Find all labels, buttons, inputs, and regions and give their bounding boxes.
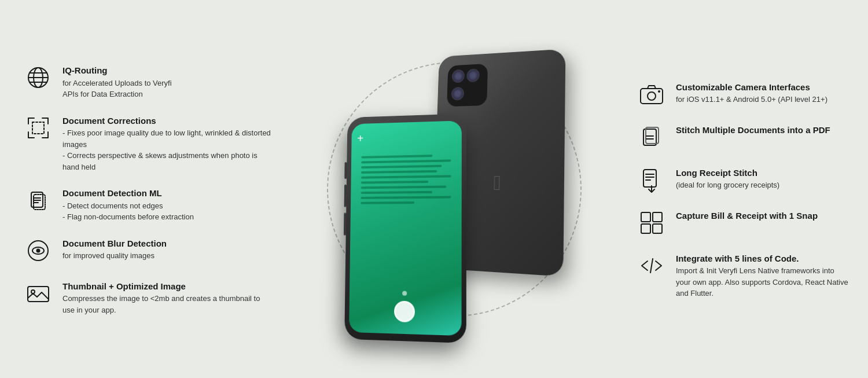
code-icon xyxy=(637,251,667,281)
doc-arrow-icon xyxy=(637,165,667,195)
camera-icon xyxy=(637,79,667,109)
feature-capture-bill-text: Capture Bill & Receipt with 1 Snap xyxy=(676,208,851,222)
screen-line xyxy=(361,170,437,173)
phone-side-btn-1 xyxy=(344,162,347,179)
svg-rect-23 xyxy=(643,170,656,187)
feature-thumbnail-text: Thumbnail + Optimized Image Compresses t… xyxy=(62,278,272,316)
svg-rect-14 xyxy=(28,287,49,302)
feature-camera-text: Customizable Camera Interfaces for iOS v… xyxy=(676,79,851,105)
feature-stitch-pdf: Stitch Multiple Documents into a PDF xyxy=(637,122,851,152)
screen-line xyxy=(361,201,414,204)
feature-iq-routing-title: IQ-Routing xyxy=(62,65,272,76)
feature-doc-detection: Document Detection ML - Detect documents… xyxy=(23,185,272,223)
feature-doc-corrections-desc: - Fixes poor image quality due to low li… xyxy=(62,127,272,173)
feature-camera-desc: for iOS v11.1+ & Android 5.0+ (API level… xyxy=(676,94,851,105)
feature-stitch-text: Stitch Multiple Documents into a PDF xyxy=(676,122,851,136)
feature-camera: Customizable Camera Interfaces for iOS v… xyxy=(637,79,851,109)
svg-point-18 xyxy=(658,90,660,93)
phone-camera-module xyxy=(447,63,488,106)
feature-doc-detection-title: Document Detection ML xyxy=(62,188,272,199)
screen-dot xyxy=(402,291,407,295)
feature-integrate-title: Integrate with 5 lines of Code. xyxy=(676,253,851,265)
feature-doc-detection-desc: - Detect documents not edges- Flag non-d… xyxy=(62,200,272,223)
screen-capture-btn xyxy=(394,300,415,322)
feature-doc-corrections-title: Document Corrections xyxy=(62,115,272,127)
screen-line xyxy=(361,164,442,168)
feature-iq-routing: IQ-Routing for Accelerated Uploads to Ve… xyxy=(23,63,272,100)
screen-line xyxy=(361,190,433,193)
feature-doc-corrections: Document Corrections - Fixes poor image … xyxy=(23,113,272,173)
feature-blur-detection-text: Document Blur Detection for improved qua… xyxy=(62,236,272,262)
camera-lens-3 xyxy=(451,86,465,100)
screen-line xyxy=(361,159,451,163)
svg-line-32 xyxy=(650,259,653,273)
screen-line xyxy=(361,180,428,184)
phone-screen: + xyxy=(349,120,462,336)
phone-side-btn-3 xyxy=(344,212,346,235)
screen-doc-preview xyxy=(356,154,456,204)
screen-plus-btn: + xyxy=(357,129,456,145)
grid-corners-icon xyxy=(23,113,53,143)
feature-integrate-desc: Import & Init Veryfi Lens Native framewo… xyxy=(676,265,851,299)
feature-camera-title: Customizable Camera Interfaces xyxy=(676,82,851,93)
main-container: IQ-Routing for Accelerated Uploads to Ve… xyxy=(0,0,868,378)
camera-lens-1 xyxy=(452,69,465,83)
feature-capture-bill-title: Capture Bill & Receipt with 1 Snap xyxy=(676,210,851,222)
phone-container:  + xyxy=(344,39,564,340)
feature-thumbnail-desc: Compresses the image to <2mb and creates… xyxy=(62,293,272,315)
image-icon xyxy=(23,278,53,309)
left-column: IQ-Routing for Accelerated Uploads to Ve… xyxy=(0,45,284,333)
camera-lens-2 xyxy=(466,68,480,82)
feature-blur-detection: Document Blur Detection for improved qua… xyxy=(23,236,272,266)
feature-iq-routing-text: IQ-Routing for Accelerated Uploads to Ve… xyxy=(62,63,272,100)
stack-doc-icon xyxy=(637,122,667,152)
feature-integrate: Integrate with 5 lines of Code. Import &… xyxy=(637,251,851,299)
screen-line xyxy=(361,155,433,159)
svg-rect-28 xyxy=(641,212,650,222)
phone-front: + xyxy=(344,113,466,343)
globe-icon xyxy=(23,63,53,93)
svg-rect-29 xyxy=(653,212,662,222)
right-column: Customizable Camera Interfaces for iOS v… xyxy=(625,62,868,317)
feature-blur-detection-desc: for improved quality images xyxy=(62,250,272,262)
doc-copy-icon xyxy=(23,185,53,215)
screen-line xyxy=(361,196,451,199)
feature-thumbnail-title: Thumbnail + Optimized Image xyxy=(62,281,272,292)
feature-long-receipt-title: Long Receipt Stitch xyxy=(676,167,851,179)
svg-rect-5 xyxy=(32,122,44,134)
phone-side-btn-2 xyxy=(344,184,347,207)
feature-iq-routing-desc: for Accelerated Uploads to VeryfiAPIs fo… xyxy=(62,78,272,100)
eye-circle-icon xyxy=(23,236,53,266)
screen-ui: + xyxy=(351,120,462,212)
feature-capture-bill: Capture Bill & Receipt with 1 Snap xyxy=(637,208,851,238)
feature-stitch-title: Stitch Multiple Documents into a PDF xyxy=(676,124,851,136)
apple-logo:  xyxy=(493,170,501,194)
screen-line xyxy=(361,175,451,178)
feature-long-receipt-desc: (ideal for long grocery receipts) xyxy=(676,179,851,191)
feature-long-receipt: Long Receipt Stitch (ideal for long groc… xyxy=(637,165,851,195)
feature-thumbnail: Thumbnail + Optimized Image Compresses t… xyxy=(23,278,272,316)
four-squares-icon xyxy=(637,208,667,238)
feature-long-receipt-text: Long Receipt Stitch (ideal for long groc… xyxy=(676,165,851,191)
svg-point-17 xyxy=(648,92,656,100)
feature-doc-detection-text: Document Detection ML - Detect documents… xyxy=(62,185,272,223)
feature-integrate-text: Integrate with 5 lines of Code. Import &… xyxy=(676,251,851,299)
svg-point-13 xyxy=(36,248,41,252)
feature-blur-detection-title: Document Blur Detection xyxy=(62,238,272,249)
center-phones:  + xyxy=(284,0,625,378)
svg-rect-30 xyxy=(641,224,650,233)
svg-rect-31 xyxy=(653,224,662,233)
screen-line xyxy=(361,185,447,189)
feature-doc-corrections-text: Document Corrections - Fixes poor image … xyxy=(62,113,272,173)
